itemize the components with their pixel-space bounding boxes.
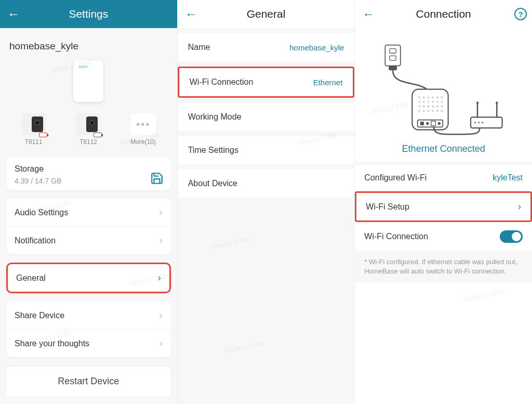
device-t8111[interactable]: T8111 xyxy=(21,113,46,146)
svg-point-38 xyxy=(496,101,498,103)
help-icon[interactable]: ? xyxy=(514,8,527,20)
device-label: T8111 xyxy=(25,138,43,146)
row-working-mode[interactable]: Working Mode xyxy=(178,103,355,131)
svg-point-8 xyxy=(432,96,433,98)
chevron-right-icon: › xyxy=(159,338,163,349)
svg-point-12 xyxy=(423,101,424,102)
svg-rect-3 xyxy=(389,66,397,71)
row-label: Notification xyxy=(15,236,56,245)
row-label: Wi-Fi Setup xyxy=(366,202,409,212)
homebase-image xyxy=(0,57,177,110)
svg-point-24 xyxy=(423,110,424,111)
svg-point-37 xyxy=(476,101,478,103)
svg-point-17 xyxy=(418,106,420,107)
general-body: Name homebase_kyle Wi-Fi Connection Ethe… xyxy=(178,28,355,404)
svg-point-31 xyxy=(426,122,429,125)
more-icon: ••• xyxy=(131,113,156,135)
row-share-thoughts[interactable]: Share your thoughts › xyxy=(6,329,171,357)
row-configured-wifi[interactable]: Configured Wi-Fi kyleTest xyxy=(355,165,532,191)
row-label: About Device xyxy=(188,179,237,188)
chevron-right-icon: › xyxy=(518,201,521,212)
row-notification[interactable]: Notification › xyxy=(6,226,171,254)
svg-point-39 xyxy=(474,122,476,123)
svg-rect-0 xyxy=(385,45,400,66)
homebase-icon xyxy=(73,60,103,102)
row-general[interactable]: General › xyxy=(6,263,171,293)
general-panel: ← General Name homebase_kyle Wi-Fi Conne… xyxy=(177,0,355,404)
storage-value: 4.39 / 14.7 GB xyxy=(15,177,163,185)
row-label: Working Mode xyxy=(188,112,242,122)
row-label: Share Device xyxy=(15,311,64,320)
svg-point-18 xyxy=(423,106,424,107)
row-label: Share your thoughts xyxy=(15,339,89,348)
svg-point-16 xyxy=(441,101,442,102)
device-label: T8112 xyxy=(79,138,97,146)
device-label: More(10) xyxy=(130,138,156,146)
device-more[interactable]: ••• More(10) xyxy=(130,113,156,146)
row-wifi-connection[interactable]: Wi-Fi Connection Ethernet xyxy=(178,67,355,98)
svg-point-28 xyxy=(441,110,442,111)
row-label: Name xyxy=(188,43,210,52)
back-arrow-icon[interactable]: ← xyxy=(362,7,375,21)
svg-point-11 xyxy=(418,101,420,102)
general-title: General xyxy=(247,8,286,20)
back-arrow-icon[interactable]: ← xyxy=(7,7,20,21)
chevron-right-icon: › xyxy=(159,310,163,321)
svg-point-22 xyxy=(441,106,442,107)
ethernet-diagram-icon xyxy=(376,38,511,137)
svg-rect-2 xyxy=(390,56,396,60)
connection-list: Configured Wi-Fi kyleTest Wi-Fi Setup › … xyxy=(355,162,532,282)
wifi-note: * Wi-Fi configured. If ethernet cable wa… xyxy=(355,251,532,282)
svg-rect-1 xyxy=(390,49,396,54)
svg-point-33 xyxy=(437,122,440,125)
row-time-settings[interactable]: Time Settings xyxy=(178,136,355,164)
row-name[interactable]: Name homebase_kyle xyxy=(178,33,355,61)
back-arrow-icon[interactable]: ← xyxy=(185,7,197,21)
row-label: Configured Wi-Fi xyxy=(364,173,427,183)
svg-point-9 xyxy=(436,96,438,98)
row-wifi-setup[interactable]: Wi-Fi Setup › xyxy=(355,191,532,222)
row-label: Audio Settings xyxy=(15,208,68,217)
camera-icon xyxy=(21,113,46,135)
row-label: Wi-Fi Connection xyxy=(364,232,428,241)
svg-point-7 xyxy=(427,96,429,98)
device-t8112[interactable]: T8112 xyxy=(76,113,101,146)
watermark: Alivia Li 1386 xyxy=(464,287,505,303)
row-share-device[interactable]: Share Device › xyxy=(6,302,171,329)
row-value: kyleTest xyxy=(493,173,523,183)
settings-header: ← Settings xyxy=(0,0,177,28)
svg-point-20 xyxy=(432,106,433,107)
row-audio-settings[interactable]: Audio Settings › xyxy=(6,199,171,226)
wifi-toggle[interactable] xyxy=(500,230,523,243)
storage-card[interactable]: Storage 4.39 / 14.7 GB xyxy=(6,157,171,190)
chevron-right-icon: › xyxy=(159,207,163,218)
chevron-right-icon: › xyxy=(158,272,161,283)
svg-point-10 xyxy=(441,96,442,98)
settings-title: Settings xyxy=(69,8,108,20)
svg-point-27 xyxy=(436,110,438,111)
svg-point-23 xyxy=(418,110,420,111)
row-about-device[interactable]: About Device xyxy=(178,170,355,198)
restart-device-button[interactable]: Restart Device xyxy=(6,367,171,396)
connection-title: Connection xyxy=(416,8,471,20)
row-label: Time Settings xyxy=(188,146,238,155)
svg-point-13 xyxy=(427,101,429,102)
devices-row: T8111 T8112 ••• More(10) xyxy=(0,110,177,153)
svg-point-41 xyxy=(481,122,483,123)
connection-illustration: Ethernet Connected xyxy=(355,28,532,162)
row-wifi-toggle: Wi-Fi Connection xyxy=(355,222,532,251)
camera-icon xyxy=(76,113,101,135)
row-value: homebase_kyle xyxy=(289,43,344,52)
connection-status: Ethernet Connected xyxy=(365,144,522,154)
svg-point-25 xyxy=(427,110,429,111)
svg-point-5 xyxy=(418,96,420,98)
row-label: Wi-Fi Connection xyxy=(190,77,254,87)
connection-panel: ← Connection ? xyxy=(354,0,532,404)
svg-point-14 xyxy=(432,101,433,102)
svg-rect-30 xyxy=(420,122,424,125)
storage-title: Storage xyxy=(15,164,163,174)
device-name: homebase_kyle xyxy=(0,28,177,57)
connection-header: ← Connection ? xyxy=(355,0,532,28)
svg-rect-32 xyxy=(431,121,435,126)
svg-point-40 xyxy=(478,122,480,123)
